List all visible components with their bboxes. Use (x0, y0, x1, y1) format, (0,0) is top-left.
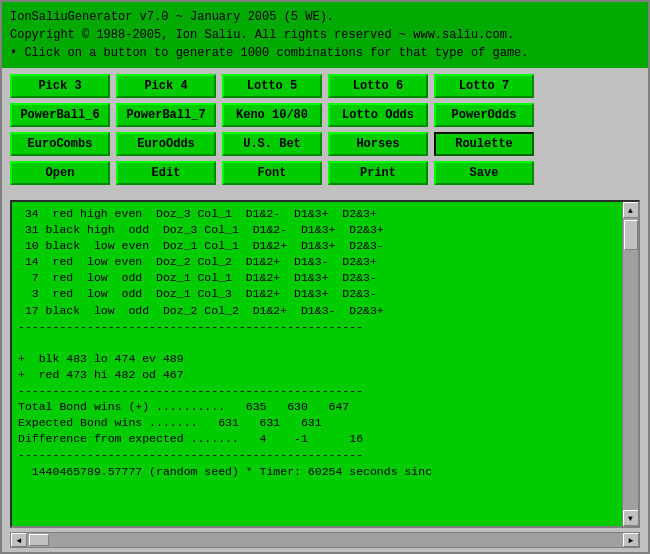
scroll-thumb-v[interactable] (624, 220, 638, 250)
scroll-track-v[interactable] (623, 218, 639, 510)
powerball6-button[interactable]: PowerBall_6 (10, 103, 110, 127)
powerodds-button[interactable]: PowerOdds (434, 103, 534, 127)
print-button[interactable]: Print (328, 161, 428, 185)
header-line1: IonSaliuGenerator v7.0 ~ January 2005 (5… (10, 8, 640, 26)
vertical-scrollbar: ▲ ▼ (622, 202, 638, 526)
pick3-button[interactable]: Pick 3 (10, 74, 110, 98)
header-line3: • Click on a button to generate 1000 com… (10, 44, 640, 62)
header-section: IonSaliuGenerator v7.0 ~ January 2005 (5… (2, 2, 648, 68)
lotto6-button[interactable]: Lotto 6 (328, 74, 428, 98)
header-line2: Copyright © 1988-2005, Ion Saliu. All ri… (10, 26, 640, 44)
scroll-right-button[interactable]: ► (623, 533, 639, 547)
button-row-2: PowerBall_6 PowerBall_7 Keno 10/80 Lotto… (10, 103, 640, 127)
pick4-button[interactable]: Pick 4 (116, 74, 216, 98)
euroodds-button[interactable]: EuroOdds (116, 132, 216, 156)
output-text: 34 red high even Doz_3 Col_1 D1&2- D1&3+… (12, 202, 622, 526)
lotto7-button[interactable]: Lotto 7 (434, 74, 534, 98)
scroll-up-button[interactable]: ▲ (623, 202, 639, 218)
font-button[interactable]: Font (222, 161, 322, 185)
scroll-down-button[interactable]: ▼ (623, 510, 639, 526)
roulette-button[interactable]: Roulette (434, 132, 534, 156)
button-row-1: Pick 3 Pick 4 Lotto 5 Lotto 6 Lotto 7 (10, 74, 640, 98)
horses-button[interactable]: Horses (328, 132, 428, 156)
scroll-thumb-h[interactable] (29, 534, 49, 546)
keno-button[interactable]: Keno 10/80 (222, 103, 322, 127)
buttons-section: Pick 3 Pick 4 Lotto 5 Lotto 6 Lotto 7 Po… (2, 68, 648, 196)
save-button[interactable]: Save (434, 161, 534, 185)
lotto5-button[interactable]: Lotto 5 (222, 74, 322, 98)
lottoodds-button[interactable]: Lotto Odds (328, 103, 428, 127)
scroll-track-h[interactable] (27, 533, 623, 547)
horizontal-scrollbar: ◄ ► (10, 532, 640, 548)
scroll-left-button[interactable]: ◄ (11, 533, 27, 547)
powerball7-button[interactable]: PowerBall_7 (116, 103, 216, 127)
eurocombs-button[interactable]: EuroCombs (10, 132, 110, 156)
edit-button[interactable]: Edit (116, 161, 216, 185)
main-window: IonSaliuGenerator v7.0 ~ January 2005 (5… (0, 0, 650, 554)
output-area: 34 red high even Doz_3 Col_1 D1&2- D1&3+… (10, 200, 640, 528)
button-row-4: Open Edit Font Print Save (10, 161, 640, 185)
usbet-button[interactable]: U.S. Bet (222, 132, 322, 156)
button-row-3: EuroCombs EuroOdds U.S. Bet Horses Roule… (10, 132, 640, 156)
open-button[interactable]: Open (10, 161, 110, 185)
